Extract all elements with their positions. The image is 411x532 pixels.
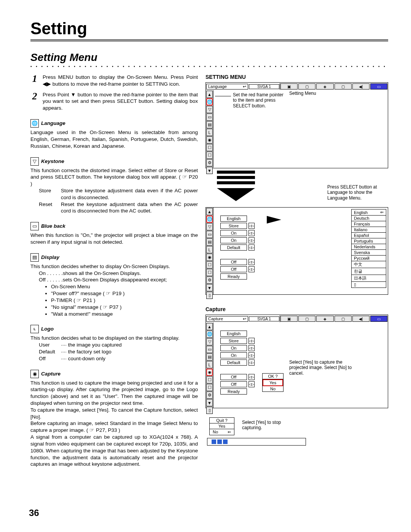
cp-icon-9[interactable]: ⚙ xyxy=(206,391,213,399)
dlg-yes-button[interactable]: Yes xyxy=(263,379,283,386)
side-icon-globe[interactable]: 🌐 xyxy=(206,98,213,105)
cv-default[interactable]: Default xyxy=(220,359,247,366)
arrow-lr-2[interactable]: ◁▷ xyxy=(249,230,255,236)
side-icon-display[interactable]: ▤ xyxy=(206,121,213,128)
cp-scroll-up[interactable]: ▲ xyxy=(206,323,213,330)
menu-label-language[interactable]: Language↩ xyxy=(206,84,248,89)
quit-yes-button[interactable]: Yes xyxy=(210,423,234,429)
val-default[interactable]: Default xyxy=(220,244,247,251)
val-on-2[interactable]: On xyxy=(220,237,247,243)
cp-keystone[interactable]: ▽ xyxy=(206,338,213,345)
p2-icon-9[interactable]: ⚙ xyxy=(206,276,213,284)
lang-chinese[interactable]: 中文 xyxy=(352,261,386,268)
lang-nederlands[interactable]: Nederlands xyxy=(352,244,386,250)
annot-capture: Select [Yes] to capture the projected im… xyxy=(289,359,358,376)
val-on-1[interactable]: On xyxy=(220,230,247,236)
carrow-5[interactable]: ◁▷ xyxy=(249,374,255,380)
carrow-3[interactable]: ◁▷ xyxy=(249,352,255,358)
p2-scroll-down[interactable]: ▼ xyxy=(206,284,213,291)
menu-icon-setting[interactable]: ▭ xyxy=(370,83,387,89)
val-ready[interactable]: Ready xyxy=(220,273,247,280)
carrow-1[interactable]: ◁▷ xyxy=(249,338,255,344)
cv-off-2[interactable]: Off xyxy=(220,381,247,387)
cmenu-icon-5[interactable]: ◀| xyxy=(352,316,370,322)
p2-keystone[interactable]: ▽ xyxy=(206,223,213,230)
cv-on-2[interactable]: On xyxy=(220,352,247,358)
keystone-intro: This function corrects the distorted ima… xyxy=(30,167,198,187)
return-icon-2: ↩ xyxy=(243,316,246,321)
side-icon-capture[interactable]: ◉ xyxy=(206,136,213,144)
cp-close[interactable]: ▯ xyxy=(206,407,213,414)
lang-english[interactable]: English⇐ xyxy=(352,209,386,216)
lang-francais[interactable]: Français xyxy=(352,221,386,227)
cp-icon-7[interactable]: ☐ xyxy=(206,376,213,383)
lang-japanese[interactable]: 日本語 xyxy=(352,275,386,282)
lang-korean[interactable]: 한글 xyxy=(352,268,386,275)
val-english[interactable]: English xyxy=(220,216,247,222)
side-icon-8[interactable]: ☐ xyxy=(206,152,213,159)
dlg-no-button[interactable]: No xyxy=(263,386,283,391)
menu-label-capture[interactable]: Capture↩ xyxy=(206,316,248,322)
cp-scroll-down[interactable]: ▼ xyxy=(206,399,213,406)
lang-italiano[interactable]: Italiano xyxy=(352,227,386,233)
cv-off-1[interactable]: Off xyxy=(220,374,247,380)
menu-icon-5[interactable]: ◀| xyxy=(352,83,370,89)
carrow-6[interactable]: ◁▷ xyxy=(249,381,255,387)
lang-deutsch[interactable]: Deutsch xyxy=(352,216,386,221)
cp-logo[interactable]: L xyxy=(206,361,213,368)
side-icon-keystone[interactable]: ▽ xyxy=(206,106,213,113)
val-off-1[interactable]: Off xyxy=(220,259,247,265)
cp-globe[interactable]: 🌐 xyxy=(206,331,213,338)
cv-ready[interactable]: Ready xyxy=(220,388,247,395)
cmenu-icon-setting[interactable]: ▭ xyxy=(370,316,387,322)
cmenu-icon-1[interactable]: ▣ xyxy=(280,316,298,322)
p2-blueback[interactable]: ▭ xyxy=(206,231,213,238)
display-on-line: On . . . . . .shows all the On-Screen Di… xyxy=(39,270,198,277)
side-icon-blueback[interactable]: ▭ xyxy=(206,113,213,121)
p2-scroll-up[interactable]: ▲ xyxy=(206,208,213,215)
cp-blueback[interactable]: ▭ xyxy=(206,346,213,353)
cp-capture[interactable]: ◉ xyxy=(206,369,213,376)
cmenu-icon-4[interactable]: ▢ xyxy=(335,316,352,322)
p2-capture[interactable]: ◉ xyxy=(206,254,213,261)
val-off-2[interactable]: Off xyxy=(220,266,247,272)
p2-globe[interactable]: 🌐 xyxy=(206,216,213,223)
cv-on-1[interactable]: On xyxy=(220,345,247,351)
val-store[interactable]: Store xyxy=(220,223,247,229)
lang-close[interactable]: ▯ xyxy=(352,282,386,288)
menu-icon-3[interactable]: ◈ xyxy=(316,83,333,89)
cv-english[interactable]: English xyxy=(220,331,247,337)
menu-icon-2[interactable]: ▢ xyxy=(298,83,315,89)
p2-display[interactable]: ▤ xyxy=(206,238,213,246)
annot-setting-menu: Setting Menu xyxy=(289,91,316,96)
cmenu-icon-3[interactable]: ◈ xyxy=(316,316,333,322)
scroll-up-icon[interactable]: ▲ xyxy=(206,91,213,98)
keystone-icon: ▽ xyxy=(30,157,39,166)
cv-store[interactable]: Store xyxy=(220,338,247,344)
quit-no-button[interactable]: No xyxy=(213,430,218,435)
cmenu-icon-2[interactable]: ▢ xyxy=(298,316,315,322)
p2-logo[interactable]: L xyxy=(206,246,213,253)
arrow-lr-5[interactable]: ◁▷ xyxy=(249,259,255,265)
side-icon-logo[interactable]: L xyxy=(206,129,213,136)
menu-icon-4[interactable]: ▢ xyxy=(335,83,352,89)
side-icon-9[interactable]: ⚙ xyxy=(206,159,213,166)
arrow-lr-6[interactable]: ◁▷ xyxy=(249,266,255,272)
cp-icon-8[interactable]: ☐ xyxy=(206,384,213,391)
lang-russian[interactable]: Русский xyxy=(352,256,386,261)
lang-portugues[interactable]: Português xyxy=(352,238,386,244)
lang-svenska[interactable]: Svenska xyxy=(352,250,386,256)
cp-display[interactable]: ▤ xyxy=(206,353,213,361)
arrow-lr-4[interactable]: ◁▷ xyxy=(249,244,255,251)
arrow-lr-3[interactable]: ◁▷ xyxy=(249,237,255,243)
p2-close[interactable]: ▯ xyxy=(206,292,213,299)
carrow-4[interactable]: ◁▷ xyxy=(249,359,255,366)
side-icon-7[interactable]: ☐ xyxy=(206,144,213,151)
menu-icon-1[interactable]: ▣ xyxy=(280,83,298,89)
p2-icon-7[interactable]: ☐ xyxy=(206,261,213,268)
arrow-lr-1[interactable]: ◁▷ xyxy=(249,223,255,229)
carrow-2[interactable]: ◁▷ xyxy=(249,345,255,351)
language-dropdown[interactable]: English⇐ Deutsch Français Italiano Españ… xyxy=(351,209,386,288)
lang-espanol[interactable]: Español xyxy=(352,233,386,238)
p2-icon-8[interactable]: ☐ xyxy=(206,269,213,276)
